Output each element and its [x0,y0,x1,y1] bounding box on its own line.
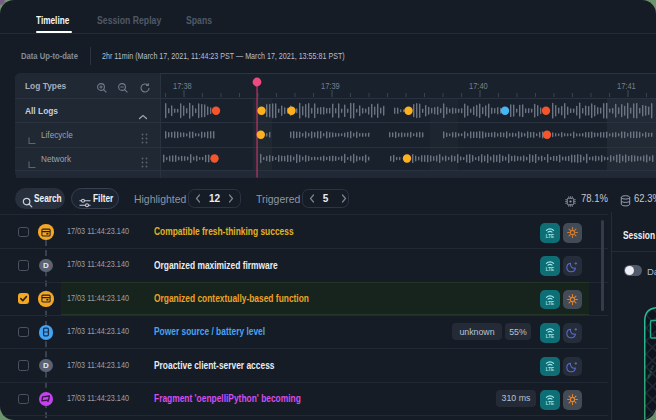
svg-text:LTE: LTE [546,267,554,272]
svg-text:LTE: LTE [546,368,554,373]
svg-text:LTE: LTE [546,401,554,406]
svg-text:LTE: LTE [546,301,554,306]
svg-text:LTE: LTE [546,334,554,339]
svg-text:LTE: LTE [546,234,554,239]
